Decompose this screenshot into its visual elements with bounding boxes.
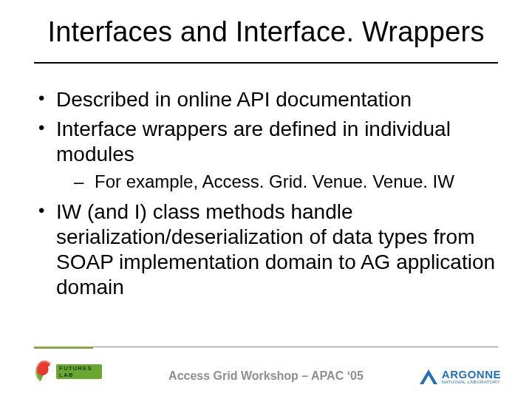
bullet-text: IW (and I) class methods handle serializ… [56, 200, 495, 299]
argonne-logo: ARGONNE NATIONAL LABORATORY [420, 369, 501, 384]
sub-bullet-list: For example, Access. Grid. Venue. Venue.… [56, 170, 497, 193]
bullet-item: Described in online API documentation [35, 87, 497, 112]
slide: Interfaces and Interface. Wrappers Descr… [0, 0, 532, 399]
footer-accent [34, 347, 93, 349]
sub-bullet-text: For example, Access. Grid. Venue. Venue.… [95, 171, 454, 191]
bullet-list: Described in online API documentation In… [35, 87, 497, 300]
sub-bullet-item: For example, Access. Grid. Venue. Venue.… [56, 170, 497, 193]
title-underline [34, 62, 498, 64]
bullet-text: Interface wrappers are defined in indivi… [56, 117, 451, 166]
argonne-name: ARGONNE [442, 369, 501, 380]
bullet-text: Described in online API documentation [56, 88, 412, 111]
bullet-item: IW (and I) class methods handle serializ… [35, 200, 497, 301]
slide-title: Interfaces and Interface. Wrappers [0, 16, 532, 48]
slide-body: Described in online API documentation In… [35, 87, 497, 304]
bullet-item: Interface wrappers are defined in indivi… [35, 117, 497, 194]
argonne-sub: NATIONAL LABORATORY [442, 380, 501, 384]
triangle-icon [420, 369, 437, 384]
footer-divider [34, 347, 498, 347]
argonne-text: ARGONNE NATIONAL LABORATORY [442, 369, 501, 384]
